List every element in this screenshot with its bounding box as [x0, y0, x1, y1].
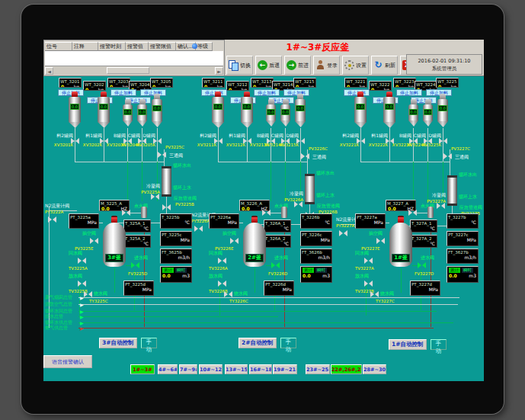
- instant-toggle-button[interactable]: 瞬时: [175, 268, 187, 273]
- weight-readout: WT_3213 0kg: [251, 78, 274, 88]
- total-toggle-button[interactable]: 累计: [449, 268, 460, 273]
- return-valve-icon[interactable]: [218, 258, 226, 265]
- auto-control-button[interactable]: 1#自动控制: [389, 339, 427, 350]
- tank-body: 0.0: [241, 97, 253, 122]
- inlet-valve-icon[interactable]: [131, 262, 139, 269]
- tag-label: WT_3205: [151, 79, 172, 84]
- tag-label: T_326A_2: [264, 236, 290, 241]
- reactor-page-button[interactable]: 10#~12#: [199, 364, 222, 374]
- status-panel: 2016-02-01 09:31:10 系统管理员: [406, 54, 482, 75]
- tag-label: WT_3214: [273, 82, 294, 87]
- valve-icon[interactable]: [443, 153, 452, 160]
- pipe: [254, 268, 255, 293]
- pipe-segment: [360, 162, 450, 162]
- scroll-thumb[interactable]: [107, 67, 149, 74]
- drain-valve-icon[interactable]: [78, 281, 86, 287]
- alarm-column-header[interactable]: 注释: [72, 42, 98, 51]
- alarm-column-header[interactable]: 位号: [45, 42, 72, 51]
- return-valve-icon[interactable]: [78, 258, 86, 265]
- temp-readout: T_326A_2 ℃: [264, 235, 291, 248]
- unit: MPa: [429, 287, 438, 292]
- stop-feed-button[interactable]: 停止加料: [110, 89, 136, 96]
- scroll-left-icon[interactable]: ◄: [45, 67, 53, 75]
- auto-control-button[interactable]: 2#自动控制: [238, 338, 277, 348]
- toolbar-button-icon: [258, 60, 267, 70]
- alarm-column-header[interactable]: 报警时刻: [98, 42, 126, 51]
- valve-icon[interactable]: [158, 152, 166, 159]
- reactor-page-button[interactable]: 7#~9#: [179, 364, 197, 374]
- toolbar-button[interactable]: 设置: [342, 56, 369, 75]
- reactor-page-button[interactable]: 4#~6#: [158, 364, 178, 374]
- tag-label: PT_3225a: [69, 214, 98, 220]
- tank-cone: [408, 120, 418, 127]
- ignition-valve-icon[interactable]: [122, 210, 130, 216]
- tank-level-display: 0.0: [138, 109, 147, 115]
- vacuum-valve-icon[interactable]: [230, 238, 238, 245]
- instant-toggle-button[interactable]: 瞬时: [462, 268, 473, 273]
- toolbar-button[interactable]: 后退: [255, 56, 282, 75]
- pipe-segment: [218, 162, 307, 162]
- vacuum-valve-icon[interactable]: [90, 238, 98, 245]
- tag-label: T_327A_1: [411, 220, 437, 226]
- stop-feed-button[interactable]: 停止加料: [396, 89, 422, 96]
- tag-label: M_3227_A: [386, 200, 415, 206]
- manual-mode-button[interactable]: 手动: [280, 338, 297, 348]
- inlet-valve-icon[interactable]: [271, 262, 280, 269]
- feed-tank: 0.0: [266, 99, 276, 127]
- heat-valve-icon[interactable]: [224, 291, 232, 298]
- reactor-page-button[interactable]: 1#~3#: [130, 364, 155, 374]
- pressure-readout: PT_3226a MPa: [209, 213, 239, 229]
- alarm-column-header[interactable]: 报警限值: [149, 42, 176, 51]
- temp-readout: T_3227b ℃: [447, 213, 479, 229]
- toolbar-button[interactable]: 切换: [226, 56, 253, 75]
- alarm-column-header[interactable]: 报警值: [126, 42, 149, 51]
- reactor-page-button[interactable]: 13#~15#: [225, 364, 248, 374]
- toolbar-button[interactable]: 前进: [284, 56, 311, 75]
- pressure-readout: PT_3225c MPa: [160, 231, 192, 246]
- tank-level-display: 0.0: [281, 109, 290, 115]
- inlet-valve-icon[interactable]: [418, 262, 426, 269]
- heat-valve-icon[interactable]: [84, 291, 92, 298]
- tank-cap: [72, 91, 78, 97]
- alarm-hscrollbar[interactable]: ◄ ►: [45, 66, 223, 75]
- manual-mode-button[interactable]: 手动: [141, 338, 158, 348]
- voice-alarm-ack-button[interactable]: 语音报警确认: [43, 355, 92, 368]
- drain-valve-icon[interactable]: [218, 281, 226, 287]
- reactor-page-button[interactable]: 28#~30#: [363, 364, 386, 374]
- reactor-unit: M_3227_A 0.0HZ 点火阀 PT_3227a MPa T_327A_1…: [355, 200, 484, 314]
- instant-toggle-button[interactable]: 瞬时: [315, 268, 327, 273]
- unit: MPa: [228, 220, 237, 225]
- manual-mode-button[interactable]: 手动: [431, 339, 447, 350]
- total-toggle-button[interactable]: 累计: [162, 268, 174, 273]
- vacuum-valve-icon[interactable]: [376, 238, 385, 245]
- monitor-bezel: 位号注释报警时刻报警值报警限值确认...等级 ◄ ► 1#~3#反应釜 切换 后…: [21, 5, 504, 414]
- ignition-valve-icon[interactable]: [262, 210, 271, 216]
- tag-label: WT_3204: [130, 82, 151, 87]
- return-valve-icon[interactable]: [364, 258, 373, 265]
- heat-valve-icon[interactable]: [370, 291, 379, 298]
- cooling-out-label: 循环水出: [173, 162, 191, 168]
- sort-icon[interactable]: [192, 43, 197, 49]
- stop-feed-button[interactable]: 停止加料: [254, 89, 280, 96]
- reactor-page-button[interactable]: 23#~25#: [306, 364, 330, 374]
- reactor-page-button[interactable]: 19#~21#: [273, 364, 297, 374]
- tank-cap: [125, 99, 131, 104]
- reactor-page-button[interactable]: 22#,26#,27#: [331, 364, 362, 374]
- valve-icon[interactable]: [301, 153, 309, 160]
- auto-control-button[interactable]: 3#自动控制: [99, 338, 137, 348]
- scroll-track[interactable]: [53, 67, 215, 75]
- pressure-readout: PT_3225a MPa: [69, 213, 99, 229]
- toolbar-button[interactable]: 登录: [313, 56, 340, 75]
- tag-label: PT_3226a: [210, 214, 238, 220]
- valve-icon[interactable]: [48, 216, 56, 223]
- feed-tank: 0.0: [295, 94, 306, 127]
- unit: kg: [217, 84, 222, 88]
- drain-valve-icon[interactable]: [364, 281, 373, 287]
- toolbar-button[interactable]: 刷新: [371, 56, 398, 75]
- alarm-column-header[interactable]: 等级: [196, 42, 213, 51]
- scroll-right-icon[interactable]: ►: [215, 67, 223, 75]
- reactor-page-button[interactable]: 16#~18#: [249, 364, 272, 374]
- total-toggle-button[interactable]: 累计: [303, 268, 314, 273]
- ignition-valve-icon[interactable]: [408, 210, 417, 216]
- feed-tank: 0.0: [123, 99, 133, 127]
